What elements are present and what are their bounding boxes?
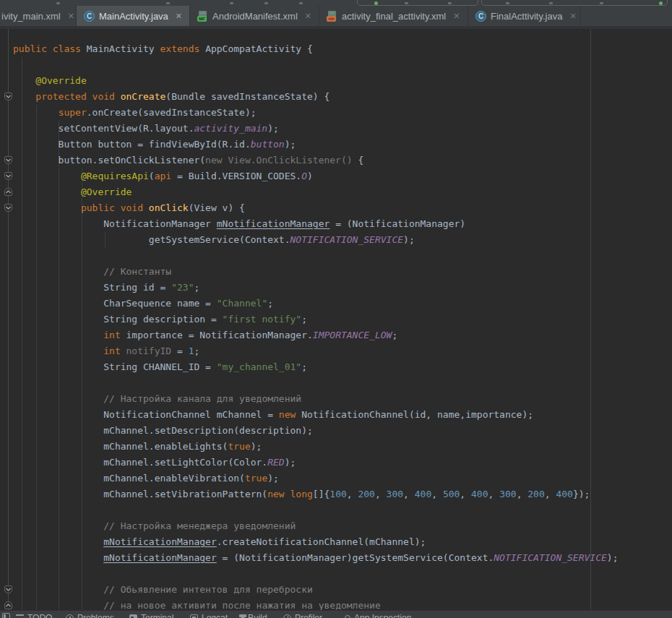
tool-window-bar: TODOProblemsTerminalLogcatBuildProfilerA… [0,610,672,618]
terminal-icon [129,614,137,618]
tab-label: AndroidManifest.xml [212,11,298,22]
code-line[interactable]: public void onClick(View v) { [13,200,245,216]
profiler-icon [283,614,291,618]
toolbar-icon-mark [230,2,233,4]
code-line[interactable]: String CHANNEL_ID = "my_channel_01"; [13,359,307,375]
tab-ivity-main-xml[interactable]: ivity_main.xml✕ [0,6,77,26]
close-icon[interactable]: ✕ [453,12,460,20]
code-line[interactable]: // на новое активити после нажатия на ув… [13,598,381,610]
fold-collapse-icon[interactable] [4,585,12,593]
manifest-file-icon: MF [197,11,208,22]
toolwindow-label: Terminal [141,613,173,618]
fold-expand-icon[interactable] [4,601,12,609]
code-line[interactable]: mChannel.enableLights(true); [13,439,262,455]
code-line[interactable]: @Override [13,73,87,89]
tab-label: MainActivity.java [99,11,168,22]
code-line[interactable]: String id = "23"; [13,280,199,296]
toolbar-icon-mark [549,2,553,4]
code-line[interactable]: mNotificationManager = (NotificationMana… [13,550,619,566]
toolwindow-button-terminal[interactable]: Terminal [129,613,173,618]
tab-androidmanifest-xml[interactable]: MFAndroidManifest.xml✕ [190,6,319,26]
todo-icon [16,614,24,618]
code-line[interactable]: int notifyID = 1; [13,343,199,359]
device-status-dot [659,1,663,5]
window-layout-button[interactable] [2,613,10,618]
toolbar-icon-mark [166,2,170,4]
toolwindow-button-todo[interactable]: TODO [16,613,52,618]
fold-collapse-icon[interactable] [4,93,12,100]
code-line[interactable]: // Настройка канала для уведомлений [13,391,301,407]
android-studio-window: { "colors": { "editor_bg": "#2b2b2b", "b… [0,0,672,618]
toolwindow-button-build[interactable]: Build [238,613,267,618]
toolwindow-button-problems[interactable]: Problems [66,613,114,618]
code-line[interactable]: @RequiresApi(api = Build.VERSION_CODES.O… [13,168,313,184]
tab-activity-final-acttivity-xml[interactable]: </>activity_final_acttivity.xml✕ [319,6,468,26]
fold-expand-icon[interactable] [4,188,12,196]
code-line[interactable]: public class MainActivity extends AppCom… [13,41,313,57]
code-line[interactable]: super.onCreate(savedInstanceState); [13,105,257,121]
toolbar-icon-mark [264,2,268,4]
code-line[interactable]: protected void onCreate(Bundle savedInst… [13,89,329,105]
code-line[interactable]: Button button = findViewById(R.id.button… [13,137,296,153]
fold-collapse-icon[interactable] [4,156,12,164]
java-class-icon: C [84,11,95,22]
toolbar-icon-mark [600,2,603,4]
toolwindow-label: App Inspection [354,613,411,618]
tab-mainactivity-java[interactable]: CMainActivity.java✕ [77,6,190,26]
toolbar-icon-mark [405,2,408,4]
problems-icon [66,614,74,618]
close-icon[interactable]: ✕ [68,12,74,20]
code-line[interactable]: // Настройка менеджера уведомлений [13,518,296,534]
code-line[interactable]: @Override [13,184,132,200]
code-line[interactable]: // Константы [13,264,171,280]
fold-collapse-icon[interactable] [4,172,12,180]
editor-tab-bar: ivity_main.xml✕CMainActivity.java✕MFAndr… [0,6,672,26]
logcat-icon [190,614,198,618]
toolwindow-label: Logcat [202,613,228,618]
window-icon [2,613,10,618]
code-line[interactable]: setContentView(R.layout.activity_main); [13,121,279,137]
code-line[interactable]: String description = "first notify"; [13,312,307,327]
toolwindow-label: Profiler [295,613,322,618]
code-line[interactable]: int importance = NotificationManager.IMP… [13,327,397,343]
inspect-icon [345,615,350,618]
code-line[interactable]: mChannel.enableVibration(true); [13,471,279,486]
code-line[interactable]: mChannel.setVibrationPattern(new long[]{… [13,486,590,502]
code-line[interactable]: // Обьявление интентов для переброски [13,582,313,598]
toolwindow-label: TODO [27,613,52,618]
code-line[interactable]: button.setOnClickListener(new View.OnCli… [13,153,363,168]
tab-label: activity_final_acttivity.xml [342,11,446,22]
close-icon[interactable]: ✕ [305,12,311,20]
close-icon[interactable]: ✕ [569,12,576,20]
toolwindow-button-app-inspection[interactable]: App Inspection [345,613,411,618]
toolwindow-label: Build [248,613,267,618]
code-line[interactable]: mNotificationManager.createNotificationC… [13,534,426,550]
code-line[interactable]: CharSequence name = "Channel"; [13,296,273,312]
toolwindow-button-profiler[interactable]: Profiler [283,613,322,618]
code-line[interactable]: NotificationManager mNotificationManager… [13,216,465,232]
tab-label: ivity_main.xml [1,11,61,22]
right-margin-line [590,29,591,610]
build-icon [241,614,244,618]
toolbar-icon-mark [506,2,509,4]
code-editor[interactable]: public class MainActivity extends AppCom… [0,29,672,610]
tab-label: FinalActtivity.java [491,11,562,22]
code-line[interactable]: mChannel.setDescription(description); [13,423,313,439]
code-line[interactable]: NotificationChannel mChannel = new Notif… [13,407,533,423]
tab-finalacttivity-java[interactable]: CFinalActtivity.java✕ [468,6,581,26]
xml-layout-file-icon: </> [327,11,337,22]
toolbar-icon-mark [56,2,60,4]
fold-collapse-icon[interactable] [4,204,12,212]
code-line[interactable]: mChannel.setLightColor(Color.RED); [13,455,296,471]
toolbar-icon-mark [299,2,303,4]
run-status-dot [374,1,378,5]
java-class-icon: C [475,11,486,22]
code-line[interactable]: getSystemService(Context.NOTIFICATION_SE… [13,232,415,248]
close-icon[interactable]: ✕ [176,12,182,20]
toolwindow-label: Problems [77,613,114,618]
toolbar-icon-mark [448,2,452,4]
toolwindow-button-logcat[interactable]: Logcat [190,613,228,618]
